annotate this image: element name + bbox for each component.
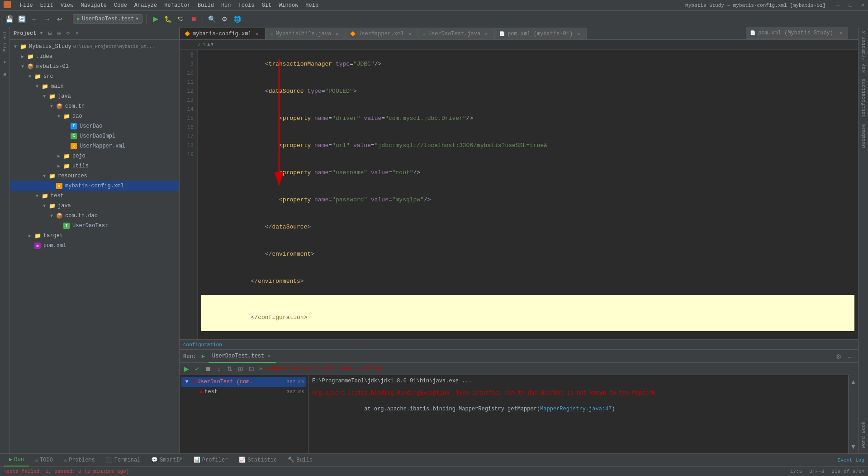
right-label-wordbook[interactable]: Word Book <box>861 419 866 450</box>
tab-close-mybatisconfig[interactable]: ✕ <box>254 31 261 37</box>
tree-item-userdaotest[interactable]: ▶ T UserDaoTest <box>10 221 179 231</box>
menu-build[interactable]: Build <box>198 2 214 9</box>
tree-item-comth[interactable]: ▼ 📦 com.th <box>10 101 179 111</box>
tree-item-java[interactable]: ▼ 📁 java <box>10 91 179 101</box>
coverage-btn[interactable]: 🛡 <box>175 14 186 24</box>
tree-item-usermapper[interactable]: ▶ X UserMapper.xml <box>10 141 179 151</box>
debug-btn[interactable]: 🐛 <box>163 14 174 24</box>
settings-btn[interactable]: ⚙ <box>219 14 230 24</box>
tab-pom[interactable]: 📄 pom.xml (mybatis-01) ✕ <box>494 28 587 39</box>
panel-close-icon[interactable]: ✕ <box>73 30 81 37</box>
tree-item-pom[interactable]: ▶ m pom.xml <box>10 241 179 251</box>
bottom-tab-todo[interactable]: ☑ TODO <box>29 454 58 466</box>
menu-code[interactable]: Code <box>114 2 127 9</box>
menu-git[interactable]: Git <box>262 2 272 9</box>
search-everywhere-btn[interactable]: 🔍 <box>207 14 218 24</box>
tab-mybatisutils[interactable]: ☕ MybatisUtils.java ✕ <box>266 28 345 39</box>
save-all-btn[interactable]: 💾 <box>4 14 14 24</box>
console-link-mapperregistry[interactable]: MapperRegistry.java:47 <box>540 406 612 412</box>
collapse-all-run-btn[interactable]: ⊟ <box>247 364 256 374</box>
menu-analyze[interactable]: Analyze <box>134 2 157 9</box>
breadcrumb-configuration[interactable]: configuration <box>183 342 222 347</box>
test-item-method[interactable]: ✖ test 367 ms <box>181 387 306 397</box>
stop-test-btn[interactable]: ⏹ <box>203 364 213 374</box>
tree-item-idea[interactable]: ▶ 📁 .idea <box>10 52 179 62</box>
tab-close-userdaotest[interactable]: ✕ <box>483 31 489 37</box>
menu-navigate[interactable]: Navigate <box>81 2 107 9</box>
sync-btn[interactable]: 🔄 <box>16 14 27 24</box>
bottom-tab-build[interactable]: 🔨 Build <box>282 454 318 466</box>
tree-item-testjava[interactable]: ▼ 📁 java <box>10 201 179 211</box>
test-pass-filter-btn[interactable]: ✓ <box>192 364 202 374</box>
tab-close-mybatisutils[interactable]: ✕ <box>334 31 340 37</box>
tree-item-userdaoimpl[interactable]: ▶ C UserDaoImpl <box>10 131 179 141</box>
code-area[interactable]: <transactionManager type="JDBC"/> <dataS… <box>198 50 858 349</box>
forward-btn[interactable]: → <box>42 14 52 24</box>
tab-close-usermapper[interactable]: ✕ <box>407 31 413 37</box>
tree-item-dao[interactable]: ▼ 📁 dao <box>10 111 179 121</box>
tab-usermapper[interactable]: 🔶 UserMapper.xml ✕ <box>345 28 418 39</box>
chevron-up-icon[interactable]: ▲ <box>207 42 210 47</box>
run-settings-btn[interactable]: ⚙ <box>834 352 844 362</box>
run-minimize-btn[interactable]: – <box>844 352 854 362</box>
menu-run[interactable]: Run <box>221 2 231 9</box>
run-tab-userdaotest[interactable]: UserDaoTest.test ✕ <box>209 350 276 363</box>
menu-window[interactable]: Window <box>279 2 298 9</box>
right-label-keypromoter[interactable]: Key Promoter X <box>861 29 866 74</box>
menu-view[interactable]: View <box>61 2 74 9</box>
tree-item-main[interactable]: ▼ 📁 main <box>10 81 179 91</box>
run-config-selector[interactable]: ▶ UserDaoTest.test ▼ <box>73 14 142 24</box>
test-item-userdaotest[interactable]: ▼ ✖ UserDaoTest (com. 367 ms <box>181 377 306 387</box>
floating-pom-close[interactable]: ✕ <box>838 30 844 36</box>
event-log-link[interactable]: Event Log <box>838 457 864 463</box>
menu-help[interactable]: Help <box>305 2 318 9</box>
bottom-tab-profiler[interactable]: 📊 Profiler <box>188 454 234 466</box>
tree-item-userdao[interactable]: ▶ I UserDao <box>10 121 179 131</box>
tab-close-pom[interactable]: ✕ <box>575 31 582 37</box>
panel-settings-icon[interactable]: ⚙ <box>64 30 71 37</box>
run-btn[interactable]: ▶ <box>150 14 161 24</box>
minimize-btn[interactable]: ─ <box>836 2 840 9</box>
locate-file-icon[interactable]: ◎ <box>55 30 62 37</box>
rerun-btn[interactable]: ▶ <box>181 364 191 374</box>
tree-item-root[interactable]: ▼ 📁 Mybatis_Study G:\IDEA_Projects\Mybat… <box>10 42 179 52</box>
bottom-tab-problems[interactable]: ⚠ Problems <box>58 454 100 466</box>
favorites-icon[interactable]: ★ <box>3 59 6 65</box>
back-btn[interactable]: ← <box>29 14 40 24</box>
right-label-notifications[interactable]: Notifications <box>861 77 866 119</box>
right-label-database[interactable]: Database <box>861 122 866 150</box>
menu-tools[interactable]: Tools <box>238 2 255 9</box>
collapse-all-icon[interactable]: ⊟ <box>46 30 53 37</box>
more-options-icon[interactable]: » <box>259 366 262 371</box>
tab-mybatis-config[interactable]: 🔶 mybatis-config.xml ✕ <box>180 28 266 39</box>
undo-btn[interactable]: ↩ <box>54 14 65 24</box>
tree-item-target[interactable]: ▶ 📁 target <box>10 231 179 241</box>
editor-content[interactable]: 8 9 10 11 12 13 14 15 16 17 18 19 <box>180 50 858 349</box>
menu-file[interactable]: File <box>20 2 33 9</box>
bottom-tab-smartim[interactable]: 💬 SmartIM <box>146 454 188 466</box>
expand-all-btn[interactable]: ⊞ <box>236 364 246 374</box>
bottom-tab-statistic[interactable]: 📈 Statistic <box>233 454 282 466</box>
tree-item-mybatisconfig[interactable]: ▶ X mybatis-config.xml <box>10 181 179 191</box>
menu-refactor[interactable]: Refactor <box>164 2 190 9</box>
scroll-down-btn[interactable]: ▼ <box>849 442 859 452</box>
project-dropdown-icon[interactable]: ▼ <box>40 31 43 36</box>
floating-pom-tab[interactable]: 📄 pom.xml (Mybatis_Study) ✕ <box>746 27 848 39</box>
tree-item-pojo[interactable]: ▶ 📁 pojo <box>10 151 179 161</box>
tree-item-src[interactable]: ▼ 📁 src <box>10 71 179 81</box>
menu-edit[interactable]: Edit <box>40 2 53 9</box>
project-activity-icon[interactable]: Project <box>2 31 8 52</box>
bottom-tab-terminal[interactable]: ⬛ Terminal <box>100 454 146 466</box>
tree-item-utils[interactable]: ▶ 📁 utils <box>10 161 179 171</box>
sort-test-btn[interactable]: ↕ <box>214 364 224 374</box>
chevron-down-icon[interactable]: ▼ <box>211 42 213 47</box>
tree-item-comthdao[interactable]: ▼ 📦 com.th.dao <box>10 211 179 221</box>
maximize-btn[interactable]: □ <box>849 2 852 9</box>
tree-item-mybatis01[interactable]: ▼ 📦 mybatis-01 <box>10 62 179 71</box>
tab-userdaotest[interactable]: ☕ UserDaoTest.java ✕ <box>418 28 494 39</box>
scroll-up-btn[interactable]: ▲ <box>849 377 859 387</box>
close-btn[interactable]: ✕ <box>861 2 864 9</box>
structure-icon[interactable]: ≡ <box>3 72 6 77</box>
sort-alpha-btn[interactable]: ⇅ <box>225 364 235 374</box>
tree-item-resources[interactable]: ▼ 📁 resources <box>10 171 179 181</box>
